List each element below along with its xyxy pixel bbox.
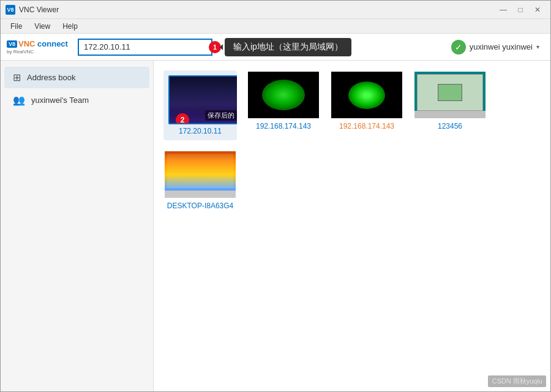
card-label-3: 123456: [413, 122, 487, 130]
card-label-4: DESKTOP-I8A63G4: [163, 202, 237, 210]
green-logo-shape-1: [262, 80, 305, 110]
menu-file[interactable]: File: [6, 21, 27, 32]
main-content: ⊞ Address book 👥 yuxinwei's Team: [1, 61, 550, 391]
address-input[interactable]: [78, 39, 212, 56]
vnc-v8-badge: V8: [7, 40, 17, 48]
thumbnail-image-2: [331, 72, 402, 118]
connection-card-1[interactable]: 192.168.174.143: [247, 70, 320, 140]
sidebar-item-address-book[interactable]: ⊞ Address book: [4, 67, 149, 88]
watermark: CSDN 雨秋yuqiu: [488, 375, 546, 387]
team-label: yuxinwei's Team: [31, 96, 89, 105]
close-button[interactable]: ✕: [530, 3, 545, 17]
menu-bar: File View Help: [1, 19, 550, 34]
step-badge-2: 2: [176, 113, 189, 124]
thumbnail-image-3: [414, 72, 485, 118]
connection-card-4[interactable]: DESKTOP-I8A63G4: [163, 150, 237, 215]
toolbar: V8 VNC connect by RealVNC 1 输入ip地址（这里为局域…: [1, 34, 550, 61]
menu-help[interactable]: Help: [58, 21, 83, 32]
maximize-button[interactable]: □: [512, 3, 528, 17]
connection-grid: 2 保存后的 172.20.10.11 192.168.174.143: [163, 70, 541, 215]
thumbnail-image-1: [248, 72, 319, 118]
address-tooltip: 输入ip地址（这里为局域网）: [225, 38, 351, 56]
card-label-1: 192.168.174.143: [247, 122, 320, 130]
card-thumbnail-1: [247, 70, 320, 119]
connection-card-0[interactable]: 2 保存后的 172.20.10.11: [163, 70, 237, 140]
green-logo-shape-2: [348, 81, 385, 109]
card-thumbnail-4: [163, 150, 237, 199]
user-name-label: yuxinwei yuxinwei: [470, 42, 533, 51]
connection-card-3[interactable]: 123456: [413, 70, 487, 140]
step-badge-1: 1: [209, 41, 221, 53]
main-window: V8 VNC Viewer — □ ✕ File View Help V8 VN…: [0, 0, 551, 392]
vnc-connect-label: VNC connect: [18, 39, 68, 48]
connection-area: 2 保存后的 172.20.10.11 192.168.174.143: [154, 61, 550, 391]
title-bar: V8 VNC Viewer — □ ✕: [1, 1, 550, 19]
connection-card-2[interactable]: 192.168.174.143: [330, 70, 403, 140]
saved-label: 保存后的: [205, 110, 237, 121]
user-check-icon: ✓: [451, 40, 466, 55]
user-menu[interactable]: ✓ yuxinwei yuxinwei ▾: [446, 37, 544, 57]
app-icon: V8: [6, 5, 15, 15]
card-label-2: 192.168.174.143: [330, 122, 403, 130]
card-label-0: 172.20.10.11: [168, 127, 232, 135]
user-dropdown-arrow: ▾: [536, 43, 539, 50]
card-thumbnail-3: [413, 70, 487, 119]
sidebar-item-team[interactable]: 👥 yuxinwei's Team: [4, 89, 149, 111]
card-thumbnail-0: 2 保存后的: [168, 75, 237, 124]
menu-view[interactable]: View: [29, 21, 55, 32]
address-book-label: Address book: [27, 73, 76, 82]
address-bar-wrapper: 1 输入ip地址（这里为局域网）: [78, 39, 212, 56]
card-thumbnail-2: [330, 70, 403, 119]
vnc-realvnc-label: by RealVNC: [7, 49, 68, 55]
window-title: VNC Viewer: [19, 6, 495, 14]
team-icon: 👥: [13, 94, 25, 106]
thumbnail-image-4: [165, 151, 236, 198]
vnc-logo: V8 VNC connect by RealVNC: [7, 39, 68, 55]
sidebar: ⊞ Address book 👥 yuxinwei's Team: [1, 61, 154, 391]
app-icon-label: V8: [7, 7, 13, 13]
address-book-icon: ⊞: [13, 72, 21, 83]
minimize-button[interactable]: —: [495, 3, 511, 17]
window-controls: — □ ✕: [495, 3, 545, 17]
